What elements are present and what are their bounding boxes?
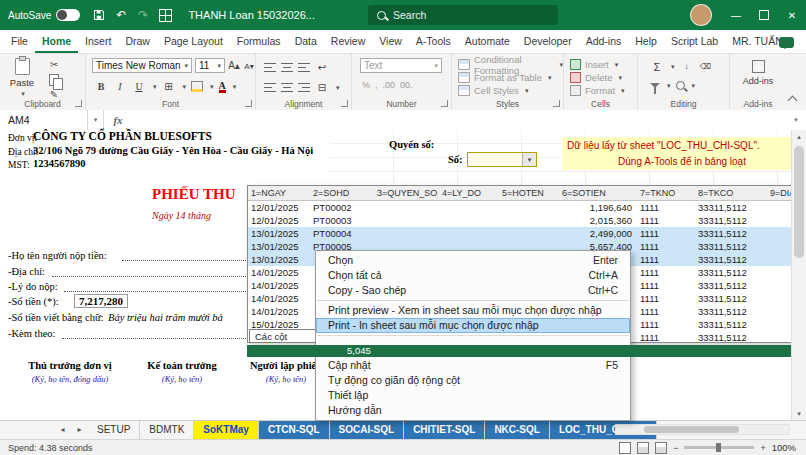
- font-color-button[interactable]: A: [219, 81, 226, 93]
- dropdown-row[interactable]: 13/01/2025 PT00004 2,499,000 1111 33311,…: [248, 227, 805, 240]
- page-layout-view-icon[interactable]: [637, 442, 649, 454]
- sheet-tab[interactable]: SETUP: [88, 421, 140, 439]
- maximize-button[interactable]: [750, 0, 778, 30]
- search-input[interactable]: Search: [368, 5, 558, 25]
- horizontal-scrollbar[interactable]: [615, 424, 790, 435]
- font-dialog-launcher[interactable]: [245, 100, 252, 107]
- zoom-in-icon[interactable]: +: [760, 443, 765, 453]
- ribbon-tab[interactable]: Developer: [517, 30, 579, 53]
- so-number-combo[interactable]: ▾: [467, 152, 537, 167]
- menu-item[interactable]: Chọn tất cả Ctrl+A: [316, 268, 630, 283]
- fill-color-button[interactable]: [191, 81, 203, 92]
- find-select-icon[interactable]: [676, 81, 685, 90]
- addins-button[interactable]: Add-ins: [730, 60, 786, 86]
- ribbon-tab[interactable]: Script Lab: [664, 30, 725, 53]
- sheet-tab[interactable]: SOCAI-SQL: [330, 421, 405, 439]
- menu-item[interactable]: Copy - Sao chép Ctrl+C: [316, 283, 630, 298]
- autosum-button[interactable]: Σ: [650, 59, 664, 74]
- alignment-dialog-launcher[interactable]: [341, 100, 348, 107]
- ribbon-tab[interactable]: Data: [288, 30, 324, 53]
- menu-item[interactable]: Cập nhật F5: [316, 358, 630, 373]
- column-header[interactable]: 1=NGAY: [248, 186, 310, 200]
- dropdown-row[interactable]: 12/01/2025 PT00003 2,015,360 1111 33311,…: [248, 214, 805, 227]
- copy-button[interactable]: [46, 73, 62, 86]
- vertical-scrollbar[interactable]: ▴ ▾: [791, 130, 806, 420]
- cells-button[interactable]: Delete ▾: [564, 71, 637, 84]
- ribbon-tab[interactable]: Insert: [78, 30, 118, 53]
- sheet-tab[interactable]: CHITIET-SQL: [404, 421, 485, 439]
- sheet-tab[interactable]: SoKTMay: [194, 421, 259, 439]
- menu-item[interactable]: [317, 335, 629, 336]
- document-title[interactable]: THANH Loan 15032026...: [188, 9, 315, 21]
- columns-button[interactable]: Các cột: [249, 329, 323, 343]
- fill-button[interactable]: ↓: [680, 59, 694, 74]
- autosave-toggle[interactable]: AutoSave: [0, 9, 88, 21]
- align-bottom-button[interactable]: [298, 63, 310, 72]
- column-header[interactable]: 4=LY_DO: [439, 186, 499, 200]
- zoom-slider-knob[interactable]: [716, 443, 721, 452]
- italic-button[interactable]: I: [113, 79, 127, 94]
- borders-button[interactable]: ⊞: [162, 79, 176, 94]
- menu-item[interactable]: Hướng dẫn: [316, 403, 630, 418]
- column-header[interactable]: 6=SOTIEN: [559, 186, 637, 200]
- save-button[interactable]: [88, 4, 110, 26]
- percent-style-button[interactable]: %: [362, 80, 370, 90]
- close-button[interactable]: ✕: [778, 0, 806, 30]
- sotien-value[interactable]: 7,217,280: [74, 294, 128, 308]
- increase-decimal-button[interactable]: .00: [383, 80, 396, 90]
- font-name-combo[interactable]: Times New Roman▾: [92, 58, 192, 73]
- column-header[interactable]: 7=TKNO: [637, 186, 695, 200]
- column-header[interactable]: 8=TKCO: [695, 186, 767, 200]
- align-top-button[interactable]: [264, 63, 276, 72]
- ribbon-tab[interactable]: Add-ins: [579, 30, 629, 53]
- align-center-button[interactable]: [281, 83, 293, 92]
- decrease-font-button[interactable]: A▾: [242, 59, 256, 74]
- ribbon-tab[interactable]: Review: [324, 30, 372, 53]
- ribbon-tab[interactable]: Home: [35, 30, 78, 53]
- align-middle-button[interactable]: [281, 63, 293, 72]
- menu-item[interactable]: Tự động co giãn độ rộng cột: [316, 373, 630, 388]
- decrease-decimal-button[interactable]: 00.: [400, 80, 413, 90]
- minimize-button[interactable]: —: [722, 0, 750, 30]
- normal-view-icon[interactable]: [619, 442, 631, 454]
- cut-button[interactable]: ✂: [46, 58, 62, 71]
- paste-button[interactable]: Paste ▾: [6, 58, 38, 98]
- horizontal-scrollbar-thumb[interactable]: [644, 426, 739, 433]
- zoom-level[interactable]: 100%: [772, 442, 796, 453]
- name-box[interactable]: AM4: [0, 110, 88, 130]
- ribbon-tab[interactable]: File: [4, 30, 35, 53]
- sheet-tab[interactable]: NKC-SQL: [485, 421, 550, 439]
- zoom-out-icon[interactable]: −: [673, 443, 678, 453]
- ribbon-tab[interactable]: Automate: [458, 30, 517, 53]
- wrap-text-button[interactable]: ↩: [315, 60, 329, 75]
- menu-item[interactable]: [317, 300, 629, 301]
- ribbon-tab[interactable]: Help: [628, 30, 664, 53]
- name-box-dropdown-icon[interactable]: ▾: [88, 110, 104, 130]
- quick-access-button[interactable]: [154, 4, 176, 26]
- formula-input[interactable]: [132, 110, 786, 130]
- so-combo-dropdown-icon[interactable]: ▾: [522, 153, 536, 166]
- merge-center-button[interactable]: ⊟: [315, 80, 329, 95]
- fx-icon[interactable]: fx: [104, 114, 132, 126]
- scroll-down-icon[interactable]: ▾: [792, 407, 806, 420]
- zoom-slider[interactable]: [684, 446, 754, 449]
- ribbon-tab[interactable]: Page Layout: [157, 30, 230, 53]
- comments-icon[interactable]: [779, 37, 794, 48]
- styles-dialog-launcher[interactable]: [553, 100, 560, 107]
- align-left-button[interactable]: [264, 83, 276, 92]
- style-button[interactable]: Conditional Formatting ▾: [452, 58, 563, 71]
- so-combo-field[interactable]: [468, 153, 522, 166]
- column-header[interactable]: 5=HOTEN: [499, 186, 559, 200]
- ribbon-tab[interactable]: A-Tools: [409, 30, 458, 53]
- avatar[interactable]: [690, 4, 712, 26]
- number-format-combo[interactable]: Text▾: [360, 58, 442, 73]
- column-header[interactable]: 2=SOHD: [310, 186, 374, 200]
- undo-button[interactable]: ↶: [110, 4, 132, 26]
- expand-formula-bar-icon[interactable]: ▾: [786, 116, 806, 124]
- autosave-switch-icon[interactable]: [56, 9, 80, 21]
- menu-item[interactable]: Thiết lập: [316, 388, 630, 403]
- sort-filter-icon[interactable]: [650, 83, 660, 88]
- comma-style-button[interactable]: ,: [375, 80, 378, 90]
- number-dialog-launcher[interactable]: [441, 100, 448, 107]
- menu-item[interactable]: Chọn Enter: [316, 253, 630, 268]
